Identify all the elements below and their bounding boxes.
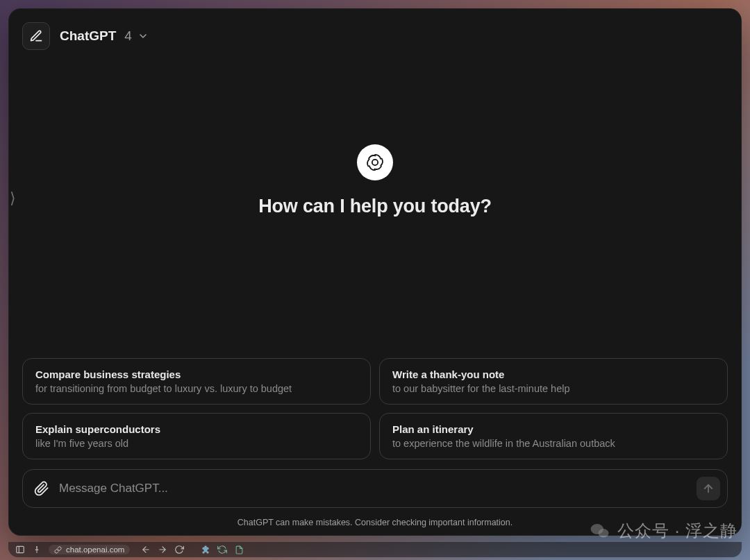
extension-icon[interactable] (201, 545, 210, 554)
suggestion-subtitle: for transitioning from budget to luxury … (35, 383, 358, 394)
doc-icon[interactable] (234, 545, 244, 554)
compose-icon (29, 29, 43, 43)
link-icon (54, 546, 62, 554)
paperclip-icon (34, 481, 49, 496)
composer (22, 469, 728, 508)
nav-forward-button[interactable] (158, 545, 167, 554)
model-picker[interactable]: ChatGPT 4 (60, 28, 149, 44)
svg-point-0 (372, 159, 378, 164)
header: ChatGPT 4 (8, 8, 742, 51)
hero: How can I help you today? (258, 144, 492, 217)
svg-rect-2 (17, 546, 24, 552)
composer-area (8, 459, 742, 512)
model-name: ChatGPT (60, 28, 116, 44)
pin-icon[interactable] (32, 545, 42, 554)
nav-back-button[interactable] (141, 545, 151, 554)
browser-bar: chat.openai.com (8, 542, 742, 557)
panel-icon[interactable] (15, 545, 25, 554)
disclaimer-text: ChatGPT can make mistakes. Consider chec… (8, 512, 742, 536)
suggestion-subtitle: to our babysitter for the last-minute he… (392, 383, 715, 394)
sidebar-reveal-handle[interactable]: ⟩ (10, 189, 16, 207)
openai-logo-icon (364, 151, 386, 173)
suggestions: Compare business strategies for transiti… (8, 358, 742, 459)
openai-logo (357, 144, 393, 180)
model-version: 4 (124, 28, 132, 44)
chevron-down-icon (138, 31, 149, 42)
attach-button[interactable] (34, 481, 49, 496)
message-input[interactable] (59, 482, 687, 495)
suggestion-card[interactable]: Write a thank-you note to our babysitter… (379, 358, 728, 405)
suggestion-title: Plan an itinerary (392, 423, 715, 435)
suggestion-card[interactable]: Plan an itinerary to experience the wild… (379, 413, 728, 459)
url-pill[interactable]: chat.openai.com (49, 545, 130, 554)
url-text: chat.openai.com (66, 545, 124, 554)
suggestion-title: Explain superconductors (35, 423, 358, 435)
send-button[interactable] (697, 477, 720, 500)
suggestion-card[interactable]: Explain superconductors like I'm five ye… (22, 413, 371, 459)
suggestion-title: Write a thank-you note (392, 368, 715, 380)
arrow-up-icon (702, 482, 715, 495)
refresh-icon[interactable] (217, 545, 227, 554)
hero-heading: How can I help you today? (258, 196, 492, 217)
reload-button[interactable] (174, 545, 184, 554)
suggestion-subtitle: to experience the wildlife in the Austra… (392, 438, 715, 449)
suggestion-subtitle: like I'm five years old (35, 438, 358, 449)
new-chat-button[interactable] (22, 22, 50, 50)
main-area: ⟩ How can I help you today? (8, 51, 742, 358)
app-window: ChatGPT 4 ⟩ (8, 8, 742, 536)
suggestion-title: Compare business strategies (35, 368, 358, 380)
suggestion-card[interactable]: Compare business strategies for transiti… (22, 358, 371, 405)
